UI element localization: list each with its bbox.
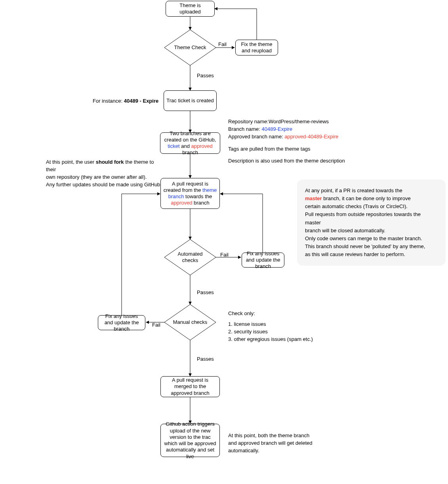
final-l3: automatically. — [228, 447, 312, 455]
check-only-1: 1. license issues — [228, 321, 313, 328]
edge-label-passes: Passes — [197, 73, 214, 78]
two-branches-ticket: ticket — [168, 143, 179, 149]
check-only-3: 3. other egregious issues (spam etc.) — [228, 336, 313, 343]
callout-l5: Only code owners can merge to the master… — [305, 235, 438, 243]
repo-value: WordPress/theme-reviews — [269, 119, 329, 124]
node-github-action: Github action triggers upload of the new… — [160, 424, 220, 457]
edge-label-fail-3: Fail — [152, 322, 160, 328]
node-pr-created: A pull request is created from the theme… — [160, 178, 220, 209]
decision-theme-check: Theme Check — [164, 30, 216, 65]
callout-master-branch: At any point, if a PR is created towards… — [297, 180, 446, 266]
note-fork: At this point, the user should fork the … — [46, 159, 165, 188]
node-fix-issues-left: Fix any issues and update the branch — [98, 315, 145, 330]
node-fix-issues-right: Fix any issues and update the branch — [242, 253, 284, 268]
desc-line: Description is also used from the theme … — [228, 157, 398, 165]
approved-branch-label: Approved branch name: — [228, 134, 284, 140]
note-for-instance: For instance: 40489 - Expire — [93, 98, 158, 105]
edge-label-passes-3: Passes — [197, 356, 214, 362]
branch-label: Branch name: — [228, 126, 262, 132]
node-two-branches: Two branches are created on the GitHub, … — [160, 132, 220, 154]
pr-post: branch — [192, 200, 209, 206]
decision-manual-checks-label: Manual checks — [164, 304, 216, 340]
tags-line: Tags are pulled from the theme tags — [228, 145, 398, 153]
for-instance-pre: For instance: — [93, 98, 124, 104]
callout-l1: At any point, if a PR is created towards… — [305, 187, 438, 195]
check-only-title: Check only: — [228, 310, 313, 318]
fork-l3: Any further updates should be made using… — [46, 181, 165, 189]
two-branches-and: and — [180, 143, 191, 149]
callout-master: master — [305, 195, 322, 201]
callout-l4: branch will be closed automatically. — [305, 227, 438, 235]
node-fix-reupload: Fix the theme and reupload — [235, 40, 278, 55]
fork-l1-pre: At this point, the user — [46, 159, 96, 165]
decision-manual-checks: Manual checks — [164, 304, 216, 340]
for-instance-bold: 40489 - Expire — [124, 98, 158, 104]
pr-mid: towards the — [184, 193, 212, 199]
callout-l1b: branch, it can be done only to improve — [322, 195, 411, 201]
callout-l7: as this will cause reviews harder to per… — [305, 251, 438, 258]
decision-automated-checks-label: Automated checks — [164, 239, 216, 275]
callout-l6: This branch should never be 'polluted' b… — [305, 243, 438, 251]
final-l2: and approved branch will get deleted — [228, 440, 312, 447]
edge-label-passes-2: Passes — [197, 289, 214, 295]
pr-approved: approved — [171, 200, 192, 206]
decision-automated-checks: Automated checks — [164, 239, 216, 275]
node-pr-merged: A pull request is merged to the approved… — [160, 376, 220, 397]
repo-label: Repository name: — [228, 119, 269, 124]
two-branches-approved: approved — [191, 143, 213, 149]
callout-l3: Pull requests from outside repositories … — [305, 210, 438, 226]
note-final: At this point, both the theme branch and… — [228, 432, 312, 455]
fork-l2: own repository (they are the owner after… — [46, 174, 165, 181]
node-theme-uploaded: Theme is uploaded — [166, 1, 215, 17]
approved-branch-value: approved-40489-Expire — [284, 134, 338, 140]
callout-l2: certain automatic checks (Travis or Circ… — [305, 203, 438, 210]
decision-theme-check-label: Theme Check — [164, 30, 216, 65]
two-branches-pre: Two branches are created on the GitHub, — [164, 130, 216, 143]
note-repo-details: Repository name:WordPress/theme-reviews … — [228, 118, 398, 165]
check-only-2: 2. security issues — [228, 328, 313, 336]
pr-pre: A pull request is created from the — [164, 181, 208, 193]
node-trac-ticket: Trac ticket is created — [164, 90, 217, 111]
branch-value: 40489-Expire — [262, 126, 292, 132]
edge-label-fail-2: Fail — [220, 252, 229, 258]
note-check-only: Check only: 1. license issues 2. securit… — [228, 310, 313, 343]
final-l1: At this point, both the theme branch — [228, 432, 312, 440]
fork-l1-bold: should fork — [96, 159, 124, 165]
edge-label-fail: Fail — [218, 41, 227, 47]
two-branches-post: branch — [182, 149, 198, 155]
